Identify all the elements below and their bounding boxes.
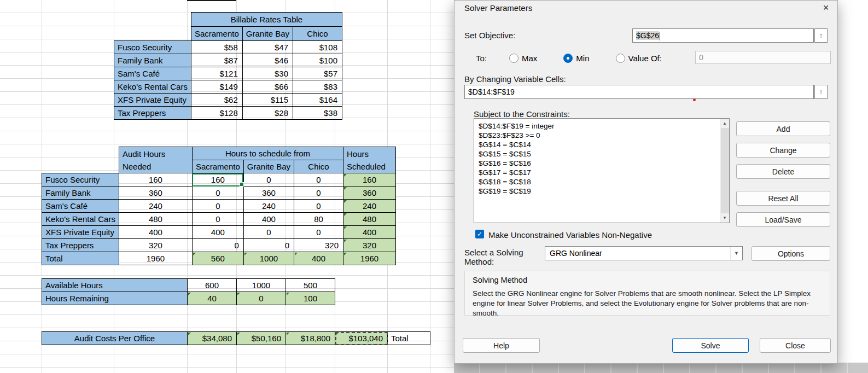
client-label-cell[interactable]: XFS Private Equity: [42, 226, 119, 239]
needed-header-cell[interactable]: Audit Hours Needed: [119, 147, 192, 173]
rate-cell[interactable]: $87: [191, 54, 242, 67]
rate-cell[interactable]: $46: [242, 54, 293, 67]
alloc-cell[interactable]: 0: [192, 200, 243, 213]
dropdown-chevron-icon[interactable]: ▼: [730, 247, 742, 260]
client-label-cell[interactable]: Keko's Rental Cars: [114, 80, 191, 94]
available-hours-cell[interactable]: 500: [286, 279, 335, 292]
non-negative-checkbox[interactable]: ✓: [475, 230, 484, 238]
min-radio[interactable]: [563, 54, 573, 63]
hours-remaining-cell[interactable]: 100: [286, 292, 335, 305]
total-alloc-cell[interactable]: 1000: [243, 252, 294, 265]
alloc-cell[interactable]: 80: [294, 213, 343, 226]
rate-cell[interactable]: $30: [242, 67, 293, 80]
total-label-cell[interactable]: Total: [42, 252, 119, 265]
alloc-cell[interactable]: 0: [243, 173, 294, 186]
value-of-radio[interactable]: [616, 54, 625, 63]
alloc-cell[interactable]: 0: [243, 226, 294, 239]
rate-cell[interactable]: $57: [293, 67, 342, 80]
options-button[interactable]: Options: [752, 246, 830, 261]
rate-cell[interactable]: $62: [191, 94, 242, 107]
scheduled-cell[interactable]: 320: [343, 239, 396, 252]
scheduled-cell[interactable]: 360: [343, 186, 396, 200]
hours-remaining-cell[interactable]: 0: [237, 292, 286, 305]
alloc-cell-selected[interactable]: 160: [192, 173, 243, 186]
scheduled-cell[interactable]: 160: [343, 173, 396, 186]
available-hours-cell[interactable]: 1000: [237, 279, 286, 292]
needed-cell[interactable]: 400: [119, 226, 192, 239]
client-label-cell[interactable]: Keko's Rental Cars: [42, 213, 119, 226]
client-label-cell[interactable]: Sam's Café: [114, 67, 191, 80]
client-label-cell[interactable]: Tax Preppers: [114, 107, 191, 120]
constraint-item[interactable]: $D$23:$F$23 >= 0: [479, 131, 715, 140]
needed-cell[interactable]: 160: [119, 173, 192, 186]
client-label-cell[interactable]: Tax Preppers: [42, 239, 119, 252]
client-label-cell[interactable]: Fusco Security: [114, 41, 191, 54]
rate-cell[interactable]: $149: [191, 80, 242, 94]
scheduled-cell[interactable]: 400: [343, 226, 396, 239]
total-alloc-cell[interactable]: 560: [192, 252, 243, 265]
alloc-cell[interactable]: 240: [243, 200, 294, 213]
client-label-cell[interactable]: Sam's Café: [42, 200, 119, 213]
grand-total-cell[interactable]: $103,040: [335, 332, 388, 345]
change-button[interactable]: Change: [736, 143, 830, 158]
available-hours-cell[interactable]: 600: [188, 279, 237, 292]
total-alloc-cell[interactable]: 400: [294, 252, 343, 265]
needed-cell[interactable]: 480: [119, 213, 192, 226]
office-header-cell[interactable]: Sacramento: [191, 27, 242, 41]
cost-cell[interactable]: $34,080: [188, 332, 237, 345]
constraints-scrollbar[interactable]: ▲ ▼: [720, 119, 729, 223]
objective-ref-picker-button[interactable]: ↑: [814, 28, 828, 43]
client-label-cell[interactable]: Family Bank: [114, 54, 191, 67]
rate-cell[interactable]: $100: [293, 54, 342, 67]
constraints-listbox[interactable]: $D$14:$F$19 = integer $D$23:$F$23 >= 0 $…: [474, 118, 730, 223]
alloc-cell[interactable]: 0: [294, 186, 343, 200]
solving-method-dropdown[interactable]: GRG Nonlinear ▼: [545, 246, 743, 260]
alloc-cell[interactable]: 0: [192, 213, 243, 226]
cost-cell[interactable]: $50,160: [237, 332, 286, 345]
add-button[interactable]: Add: [736, 121, 830, 136]
delete-button[interactable]: Delete: [736, 164, 830, 179]
constraint-item[interactable]: $G$15 = $C$15: [479, 149, 715, 159]
close-button[interactable]: ×: [815, 1, 836, 15]
variable-cells-input[interactable]: $D$14:$F$19: [464, 85, 814, 99]
needed-cell[interactable]: 360: [119, 186, 192, 200]
alloc-cell[interactable]: 0: [192, 239, 243, 252]
scheduled-cell[interactable]: 240: [343, 200, 396, 213]
alloc-cell[interactable]: 400: [192, 226, 243, 239]
alloc-cell[interactable]: 400: [243, 213, 294, 226]
total-caption-cell[interactable]: Total: [388, 332, 430, 345]
objective-input[interactable]: $G$26: [632, 28, 814, 43]
value-of-radio-option[interactable]: Value Of:: [616, 54, 662, 63]
rate-cell[interactable]: $38: [293, 107, 342, 120]
rate-cell[interactable]: $121: [191, 67, 242, 80]
office-header-cell[interactable]: Granite Bay: [242, 27, 293, 41]
rate-cell[interactable]: $47: [242, 41, 293, 54]
span-header-cell[interactable]: Hours to schedule from: [192, 147, 343, 160]
help-button[interactable]: Help: [463, 338, 540, 353]
rates-table-title[interactable]: Billable Rates Table: [191, 13, 342, 27]
client-label-cell[interactable]: Family Bank: [42, 186, 119, 200]
scroll-up-icon[interactable]: ▲: [720, 119, 729, 128]
alloc-cell[interactable]: 360: [243, 186, 294, 200]
needed-cell[interactable]: 240: [119, 200, 192, 213]
max-radio-option[interactable]: Max: [509, 54, 537, 63]
hours-remaining-label-cell[interactable]: Hours Remaining: [42, 292, 188, 305]
rate-cell[interactable]: $115: [242, 94, 293, 107]
constraint-item[interactable]: $G$16 = $C$16: [479, 159, 715, 168]
alloc-cell[interactable]: 0: [294, 173, 343, 186]
client-label-cell[interactable]: XFS Private Equity: [114, 94, 191, 107]
constraint-item[interactable]: $D$14:$F$19 = integer: [479, 121, 715, 131]
rate-cell[interactable]: $128: [191, 107, 242, 120]
costs-label-cell[interactable]: Audit Costs Per Office: [42, 332, 188, 345]
rate-cell[interactable]: $58: [191, 41, 242, 54]
reset-all-button[interactable]: Reset All: [736, 191, 830, 206]
constraint-item[interactable]: $G$17 = $C$17: [479, 168, 715, 177]
alloc-cell[interactable]: 0: [243, 239, 294, 252]
office-header-cell[interactable]: Sacramento: [192, 160, 243, 173]
solve-button[interactable]: Solve: [672, 338, 749, 353]
alloc-cell[interactable]: 0: [192, 186, 243, 200]
scroll-down-icon[interactable]: ▼: [720, 213, 729, 223]
rate-cell[interactable]: $164: [293, 94, 342, 107]
client-label-cell[interactable]: Fusco Security: [42, 173, 119, 186]
alloc-cell[interactable]: 320: [294, 239, 343, 252]
